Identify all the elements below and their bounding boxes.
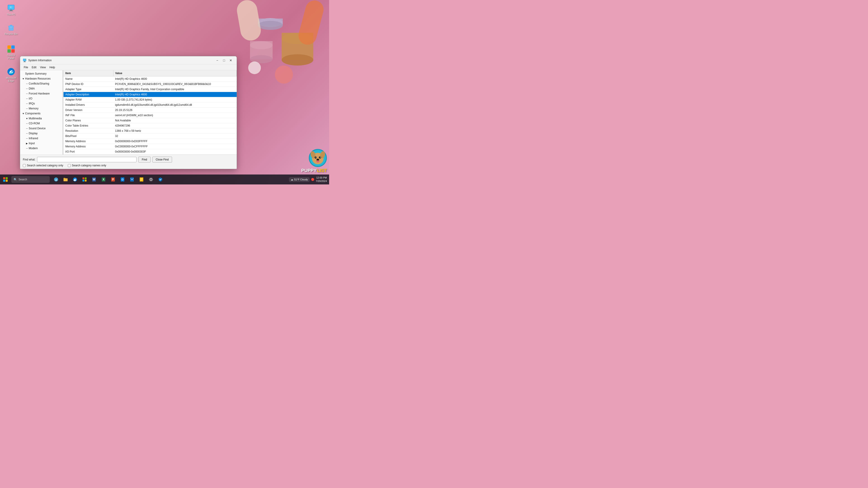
tree-label: System Summary	[25, 72, 61, 75]
tree-expander[interactable]: ▼	[22, 77, 25, 81]
tree-item-cd-rom[interactable]: ─CD-ROM	[20, 121, 62, 126]
tree-label: Modem	[29, 147, 61, 150]
cell-value: 20.19.15.5126	[113, 108, 237, 113]
cell-value: 4294967296	[113, 123, 237, 128]
table-row[interactable]: Adapter Type Intel(R) HD Graphics Family…	[64, 87, 237, 92]
svg-point-65	[316, 158, 319, 160]
checkbox-names-input[interactable]	[68, 164, 71, 167]
menu-help[interactable]: Help	[48, 65, 57, 69]
find-input[interactable]	[37, 157, 136, 162]
data-panel[interactable]: Item Value Name Intel(R) HD Graphics 460…	[64, 70, 237, 155]
taskbar-shield[interactable]	[156, 175, 165, 184]
cell-item: Adapter Description	[64, 92, 113, 97]
svg-rect-10	[235, 0, 262, 42]
tree-item-sound-device[interactable]: ─Sound Device	[20, 126, 62, 131]
taskbar-excel[interactable]: X	[99, 175, 108, 184]
menu-file[interactable]: File	[22, 65, 30, 69]
tree-item-i/o[interactable]: ─I/O	[20, 96, 62, 101]
cell-item: Resolution	[64, 128, 113, 133]
table-row[interactable]: Color Table Entries 4294967296	[64, 123, 237, 128]
menu-bar: File Edit View Help	[20, 64, 237, 70]
tree-item-system-summary[interactable]: System Summary	[20, 71, 62, 76]
tree-panel[interactable]: System Summary▼Hardware Resources─Confli…	[20, 70, 63, 155]
table-row[interactable]: PNP Device ID PCI\VEN_8086&DEV_0416&SUBS…	[64, 82, 237, 87]
tree-item-hardware-resources[interactable]: ▼Hardware Resources	[20, 76, 62, 81]
desktop-icon-control-panel[interactable]: Control Panel	[3, 44, 19, 61]
svg-rect-42	[83, 180, 84, 182]
svg-rect-1	[282, 33, 313, 60]
edge-icon	[7, 68, 15, 76]
tree-expander[interactable]: ▼	[22, 112, 25, 115]
taskbar-powerpoint[interactable]: P	[108, 175, 118, 184]
start-button[interactable]	[1, 175, 10, 184]
table-row[interactable]: Adapter Description Intel(R) HD Graphics…	[64, 92, 237, 97]
weather-widget[interactable]: ☁ 51°F Cloudy	[289, 177, 310, 182]
minimize-button[interactable]: −	[214, 58, 220, 63]
tree-label: Input	[29, 142, 61, 145]
tree-item-conflicts/sharing[interactable]: ─Conflicts/Sharing	[20, 81, 62, 86]
menu-edit[interactable]: Edit	[30, 65, 38, 69]
tree-item-forced-hardware[interactable]: ─Forced Hardware	[20, 91, 62, 96]
tree-item-memory[interactable]: ─Memory	[20, 106, 62, 111]
taskbar-widgets[interactable]: ☁	[52, 175, 61, 184]
tree-item-dma[interactable]: ─DMA	[20, 86, 62, 91]
desktop-icon-recycle-bin[interactable]: Recycle Bin	[3, 23, 19, 36]
checkbox-search-names[interactable]: Search category names only	[68, 164, 106, 167]
taskbar-notes[interactable]	[137, 175, 146, 184]
table-row[interactable]: Memory Address 0xC0000000-0xCFFFFFFF	[64, 144, 237, 149]
maximize-button[interactable]: □	[221, 58, 227, 63]
taskbar-store[interactable]	[80, 175, 89, 184]
table-row[interactable]: INF File oem4.inf (iHSWM_w10 section)	[64, 113, 237, 118]
data-table: Item Value Name Intel(R) HD Graphics 460…	[64, 70, 237, 154]
cell-item: Installed Drivers	[64, 102, 113, 108]
tree-item-modem[interactable]: ─Modem	[20, 146, 62, 151]
taskbar-search[interactable]: 🔍 Search	[11, 176, 50, 183]
tree-item-components[interactable]: ▼Components	[20, 111, 62, 116]
taskbar-outlook2[interactable]	[127, 175, 136, 184]
tree-item-infrared[interactable]: ─Infrared	[20, 136, 62, 141]
svg-rect-32	[6, 177, 8, 179]
taskbar-right: ☁ 51°F Cloudy 🔴 12:00 PM 7/20/2024	[289, 176, 329, 183]
cell-value: 0xC0000000-0xCFFFFFFF	[113, 144, 237, 149]
taskbar-settings[interactable]	[147, 175, 156, 184]
table-row[interactable]: Adapter RAM 1.00 GB (1,073,741,824 bytes…	[64, 97, 237, 102]
tree-item-input[interactable]: ▶Input	[20, 141, 62, 146]
table-row[interactable]: Installed Drivers igdumdim64.dll,igd10iu…	[64, 102, 237, 108]
table-row[interactable]: Driver Version 20.19.15.5126	[64, 108, 237, 113]
desktop-icon-this-pc[interactable]: PC This PC	[3, 3, 19, 17]
title-bar: System Information − □ ✕	[20, 56, 237, 64]
svg-rect-25	[11, 49, 15, 53]
checkbox-selected-input[interactable]	[23, 164, 26, 167]
col-item: Item	[64, 70, 113, 77]
close-find-button[interactable]: Close Find	[152, 157, 172, 162]
tray-notification[interactable]: 🔴	[311, 178, 314, 181]
tree-item-irqs[interactable]: ─IRQs	[20, 101, 62, 106]
tree-item-display[interactable]: ─Display	[20, 131, 62, 136]
cell-item: Bits/Pixel	[64, 133, 113, 139]
table-row[interactable]: Bits/Pixel 32	[64, 133, 237, 139]
taskbar-clock[interactable]: 12:00 PM 7/20/2024	[316, 176, 327, 183]
table-row[interactable]: Resolution 1366 x 768 x 59 hertz	[64, 128, 237, 133]
cell-item: Adapter RAM	[64, 97, 113, 102]
taskbar-edge[interactable]	[70, 175, 80, 184]
tree-label: IRQs	[29, 102, 61, 105]
tree-item-multimedia[interactable]: ▼Multimedia	[20, 116, 62, 121]
table-row[interactable]: Name Intel(R) HD Graphics 4600	[64, 77, 237, 82]
tree-expander[interactable]: ▶	[25, 142, 29, 145]
find-button[interactable]: Find	[138, 157, 150, 162]
find-row: Find what: Find Close Find	[23, 157, 234, 162]
table-row[interactable]: I/O Port 0x00003000-0x0000303F	[64, 149, 237, 154]
cell-value: 0x00003000-0x0000303F	[113, 149, 237, 154]
taskbar-word[interactable]: W	[90, 175, 98, 184]
taskbar-outlook[interactable]: O	[118, 175, 127, 184]
menu-view[interactable]: View	[38, 65, 48, 69]
tree-label: I/O	[29, 97, 61, 100]
desktop-icon-edge[interactable]: Microsoft Edge	[3, 67, 19, 83]
checkbox-search-selected[interactable]: Search selected category only	[23, 164, 63, 167]
table-row[interactable]: Color Planes Not Available	[64, 118, 237, 123]
svg-text:☁: ☁	[55, 178, 57, 181]
close-button[interactable]: ✕	[228, 58, 234, 63]
table-row[interactable]: Memory Address 0xD0000000-0xD03FFFFF	[64, 139, 237, 144]
taskbar-file-explorer[interactable]	[61, 175, 70, 184]
tree-expander[interactable]: ▼	[25, 117, 29, 120]
